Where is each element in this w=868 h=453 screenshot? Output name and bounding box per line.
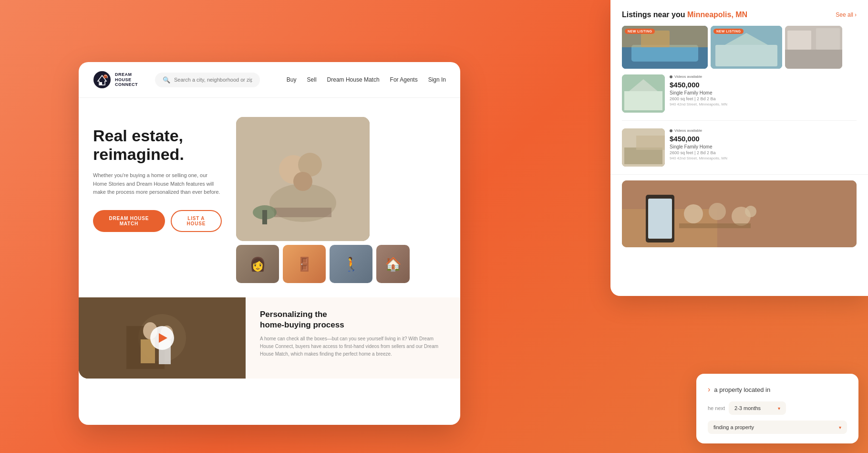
listings-panel: Listings near you Minneapolis, MN See al… [610, 0, 868, 296]
listing-large-image [622, 180, 857, 247]
personalize-section: Personalizing the home-buying process A … [246, 297, 460, 379]
svg-point-6 [293, 172, 312, 191]
hero-image-svg [236, 117, 370, 241]
new-listing-badge-2: NEW LISTING [713, 29, 744, 34]
search-input[interactable] [174, 77, 252, 83]
svg-point-0 [93, 71, 111, 88]
video-card [79, 297, 246, 379]
listing-thumb-2 [622, 128, 665, 167]
listing-image-house1: NEW LISTING [711, 26, 782, 69]
chevron-down-icon-timeline: ▾ [778, 406, 780, 411]
widget-arrow-icon: › [708, 385, 710, 394]
hero-sub-image-2: 🚪 [283, 245, 326, 283]
nav-links: Buy Sell Dream House Match For Agents Si… [287, 76, 446, 83]
personalize-text: A home can check all the boxes—but can y… [260, 335, 446, 358]
widget-timeline-select[interactable]: 2-3 months ▾ [729, 401, 786, 415]
listing-thumb-1 [622, 74, 665, 113]
widget-title-row: › a property located in [708, 385, 847, 394]
hero-images: 👩 🚪 🚶 🏠 [236, 117, 446, 283]
listing-image-kitchen [785, 26, 842, 69]
nav-buy[interactable]: Buy [287, 76, 297, 83]
chevron-down-icon-finding: ▾ [839, 425, 841, 430]
hero-section: Real estate, reimagined. Whether you're … [79, 98, 460, 293]
new-listing-badge-1: NEW LISTING [625, 29, 655, 34]
listing-info-1: Videos available $450,000 Single Family … [670, 74, 857, 113]
nav-dream-house-match[interactable]: Dream House Match [327, 76, 380, 83]
logo: DREAM HOUSE CONNECT [93, 71, 145, 89]
svg-rect-26 [787, 31, 811, 50]
widget-timeline-row: he next 2-3 months ▾ [708, 401, 847, 415]
svg-rect-9 [262, 210, 267, 224]
listing-address-2: 940 42nd Street, Minneapolis, MN [670, 156, 857, 160]
widget-timeline-value: 2-3 months [734, 405, 761, 411]
svg-rect-7 [274, 208, 331, 217]
widget-title: a property located in [714, 386, 770, 393]
svg-rect-33 [636, 136, 665, 150]
hero-subtitle: Whether you're buying a home or selling … [93, 171, 222, 197]
hero-main-image [236, 117, 370, 241]
logo-icon [93, 71, 111, 89]
svg-rect-22 [715, 45, 777, 66]
listing-info-2: Videos available $450,000 Single Family … [670, 128, 857, 167]
svg-rect-18 [631, 45, 698, 62]
family-image [622, 180, 857, 247]
listings-location: Minneapolis, MN [687, 11, 747, 19]
svg-rect-39 [679, 223, 751, 228]
svg-rect-32 [624, 147, 662, 164]
hero-sub-image-4: 🏠 [376, 245, 410, 283]
svg-rect-41 [648, 199, 672, 239]
svg-rect-29 [624, 91, 662, 110]
bottom-section: Personalizing the home-buying process A … [79, 297, 460, 379]
hero-sub-image-3: 🚶 [330, 245, 372, 283]
listing-type-1: Single Family Home [670, 90, 857, 95]
listing-price-2: $450,000 [670, 135, 857, 143]
hero-sub-image-1: 👩 [236, 245, 279, 283]
see-all-link[interactable]: See all › [836, 11, 857, 18]
listing-price-1: $450,000 [670, 81, 857, 89]
hero-title: Real estate, reimagined. [93, 126, 222, 164]
listing-card-2-inner: Videos available $450,000 Single Family … [622, 128, 857, 167]
hero-text: Real estate, reimagined. Whether you're … [93, 117, 222, 283]
list-a-house-button[interactable]: LIST A HOUSE [171, 210, 222, 232]
listing-large-card [610, 175, 868, 253]
nav-sell[interactable]: Sell [307, 76, 317, 83]
listing-type-2: Single Family Home [670, 144, 857, 149]
widget-finding-value: finding a property [713, 424, 754, 430]
hero-sub-images: 👩 🚪 🚶 🏠 [236, 245, 446, 283]
listing-card-2-wrapper: Videos available $450,000 Single Family … [610, 128, 868, 175]
search-bar[interactable]: 🔍 [155, 73, 260, 87]
listing-card-1: Videos available $450,000 Single Family … [610, 74, 868, 128]
listings-header: Listings near you Minneapolis, MN See al… [610, 0, 868, 26]
listing-videos-badge-1: Videos available [670, 74, 857, 79]
search-widget: › a property located in he next 2-3 mont… [696, 374, 858, 443]
svg-rect-25 [785, 50, 842, 69]
nav-sign-in[interactable]: Sign In [428, 76, 446, 83]
play-triangle-icon [159, 333, 167, 343]
listing-videos-badge-2: Videos available [670, 128, 857, 133]
main-card: DREAM HOUSE CONNECT 🔍 Buy Sell Dream Hou… [79, 62, 460, 425]
svg-point-37 [709, 203, 726, 220]
widget-finding-select[interactable]: finding a property ▾ [708, 421, 847, 434]
logo-text: DREAM HOUSE CONNECT [115, 72, 138, 87]
svg-point-42 [745, 206, 756, 217]
listings-title: Listings near you Minneapolis, MN [622, 11, 747, 19]
navbar: DREAM HOUSE CONNECT 🔍 Buy Sell Dream Hou… [79, 62, 460, 98]
svg-rect-27 [816, 28, 840, 50]
listing-top-row: NEW LISTING NEW LISTING [610, 26, 868, 74]
widget-next-label: he next [708, 405, 725, 411]
listing-details-1: 2600 sq feet | 2 Bd 2 Ba [670, 96, 857, 101]
nav-for-agents[interactable]: For Agents [390, 76, 418, 83]
personalize-title: Personalizing the home-buying process [260, 309, 446, 330]
video-play-button[interactable] [150, 326, 174, 350]
dream-house-match-button[interactable]: DREAM HOUSE MATCH [93, 210, 165, 232]
kitchen-image [785, 26, 842, 69]
listing-details-2: 2600 sq feet | 2 Bd 2 Ba [670, 150, 857, 155]
listing-address-1: 940 42nd Street, Minneapolis, MN [670, 102, 857, 106]
search-icon: 🔍 [163, 76, 170, 84]
svg-point-36 [684, 204, 703, 223]
listing-image-pool: NEW LISTING [622, 26, 708, 69]
hero-buttons: DREAM HOUSE MATCH LIST A HOUSE [93, 210, 222, 232]
